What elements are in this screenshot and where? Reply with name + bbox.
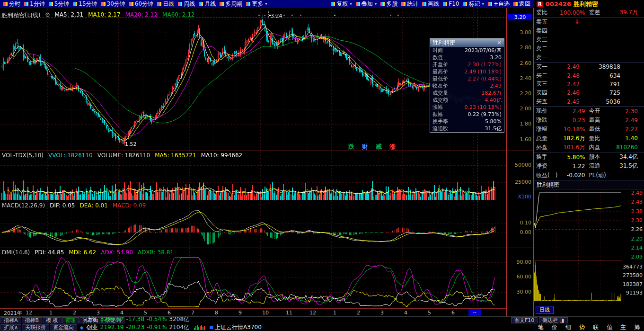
trend-char: 财 — [362, 143, 368, 151]
mini-chart-title-label: 胜利精密 — [537, 181, 559, 188]
quote-tab[interactable]: 联 — [593, 323, 599, 331]
period-tab[interactable]: 15分钟 — [71, 0, 99, 8]
quote-tab[interactable]: 筹 — [634, 323, 640, 331]
high-annotation: 3.24 — [271, 13, 282, 19]
ask-row[interactable]: 卖三 — [534, 36, 644, 45]
tool-label: 统计 — [407, 0, 418, 8]
level-volume: 389818 — [580, 63, 620, 70]
panel-tab[interactable]: 关联报价 — [22, 324, 49, 331]
tool-button[interactable]: 叠加▾ — [354, 0, 379, 8]
intraday-chart[interactable] — [534, 189, 622, 303]
level-label: 买五 — [536, 98, 553, 106]
mini-price-label: 2.26 — [631, 226, 643, 233]
bid-row[interactable]: 买三2.47791 — [534, 80, 644, 89]
ask-row[interactable]: 卖二 — [534, 44, 644, 53]
period-tab[interactable]: 1分钟 — [22, 0, 47, 8]
tool-button[interactable]: 标记▾ — [461, 0, 486, 8]
index-quote[interactable]: 上证3205.57-17.38-0.54%3208亿 — [87, 315, 189, 323]
period-tab[interactable]: 30分钟 — [99, 0, 127, 8]
info-value: 1.40 — [600, 135, 642, 142]
axis-label: 10 — [262, 310, 269, 316]
tooltip-row-value: 31.5亿 — [485, 125, 502, 132]
volume-chart[interactable] — [0, 151, 506, 201]
quote-tab[interactable]: 价 — [552, 323, 557, 331]
tooltip-row: 开盘价2.30 (1.77%) — [430, 61, 504, 68]
tool-button[interactable]: +自选 — [486, 0, 512, 8]
info-value: 一 — [606, 171, 642, 179]
quote-tab[interactable]: 势 — [579, 323, 585, 331]
indicator-tab[interactable]: 指标A — [0, 317, 21, 323]
period-tab[interactable]: 多周期 — [218, 0, 244, 8]
info-cell: 内盘810260 — [589, 143, 642, 152]
tool-button[interactable]: 复权▾ — [329, 0, 354, 8]
info-label: 量比 — [589, 134, 600, 143]
trend-watermark: 跌财减涨 — [348, 143, 396, 151]
tooltip-title-bar: 胜利精密 × — [430, 39, 504, 47]
axis-label: 12 — [26, 310, 32, 316]
tool-button[interactable]: 统计 — [399, 0, 420, 8]
quote-feed[interactable]: 上证云行情A3700 — [210, 323, 262, 331]
indicator-tab[interactable]: 模 板 — [43, 317, 62, 323]
quote-tab[interactable]: 细 — [565, 323, 571, 331]
period-icon — [246, 2, 250, 6]
top-menu-bar: 分时1分钟5分钟15分钟30分钟60分钟日线周线月线多周期更多▾复权▾叠加▾多股… — [0, 0, 534, 8]
tool-button[interactable]: 返回 — [512, 0, 532, 8]
quote-tab[interactable]: 笔 — [538, 323, 544, 331]
tool-button[interactable]: F10 — [441, 0, 461, 8]
indicator-tab[interactable]: 指标B — [22, 317, 43, 323]
tool-icon — [513, 2, 518, 6]
macd-chart[interactable] — [0, 201, 506, 248]
tool-button[interactable]: 画线 — [420, 0, 441, 8]
imbalance-down-arrow-icon: ↓ — [574, 18, 580, 25]
panel-tab[interactable]: 扩展∧ — [0, 324, 21, 331]
period-box[interactable]: 日线 — [536, 306, 554, 314]
info-cell: 收益(一)-0.020 — [536, 171, 589, 179]
period-tab[interactable]: 更多▾ — [244, 0, 269, 8]
weibi-label: 委比 — [536, 9, 547, 17]
period-tab[interactable]: 日线 — [155, 0, 176, 8]
bar-icon — [201, 325, 202, 330]
bid-row[interactable]: 买二2.48634 — [534, 71, 644, 80]
period-icon — [3, 2, 8, 6]
tdx-app: 分时1分钟5分钟15分钟30分钟60分钟日线周线月线多周期更多▾复权▾叠加▾多股… — [0, 0, 644, 331]
period-tab[interactable]: 分时 — [1, 0, 22, 8]
period-icon — [157, 2, 161, 6]
tooltip-close-icon[interactable]: × — [497, 40, 502, 46]
bid-row[interactable]: 买四2.46725 — [534, 89, 644, 97]
tool-button[interactable]: 多股 — [379, 0, 399, 8]
info-row: 外盘101.6万内盘810260 — [534, 143, 644, 152]
ask-row[interactable]: 卖四 — [534, 27, 644, 36]
toolbar-button[interactable]: 图文F10 — [511, 317, 538, 323]
tooltip-row-label: 时间 — [432, 47, 443, 54]
info-value: 810260 — [600, 144, 642, 151]
bar-icon — [198, 327, 199, 330]
axis-label: 11 — [286, 310, 292, 316]
index-field: -17.38 — [126, 316, 144, 322]
quote-tab[interactable]: 值 — [607, 323, 612, 331]
ask-row[interactable]: 卖五 — [534, 18, 644, 27]
bid-row[interactable]: 买一2.49389818 — [534, 63, 644, 71]
tooltip-row-value: 2.30 (1.77%) — [468, 61, 502, 68]
weicha-cell: 委差 39.7万 — [589, 9, 642, 17]
tooltip-row-value: 4.40亿 — [485, 97, 502, 104]
stock-code: 002426 — [546, 0, 571, 8]
info-row: 涨幅10.18%最低2.27 — [534, 125, 644, 134]
mini-volume-label: 364773 — [623, 264, 643, 270]
mini-chart-title[interactable]: 胜利精密 — [534, 180, 644, 189]
period-tab[interactable]: 5分钟 — [47, 0, 71, 8]
indicator-tab[interactable]: 管理 — [62, 317, 79, 323]
panel-tab[interactable]: 资金流向 — [50, 324, 77, 331]
tooltip-row: 收盘价2.49 — [430, 82, 504, 89]
period-icon — [220, 2, 224, 6]
period-tab[interactable]: 月线 — [197, 0, 218, 8]
index-quote[interactable]: 创业2192.19-20.23-0.91%2104亿 — [87, 323, 189, 331]
ask-row[interactable]: 卖一 — [534, 53, 644, 62]
bar-icon — [195, 326, 196, 330]
bid-row[interactable]: 买五2.455036 — [534, 98, 644, 106]
period-tab[interactable]: 60分钟 — [127, 0, 155, 8]
tooltip-row-label: 最低价 — [432, 75, 448, 82]
quote-tab[interactable]: 主 — [620, 323, 626, 331]
toolbar-button[interactable]: 侧边栏◨ — [539, 317, 567, 323]
period-tab[interactable]: 周线 — [176, 0, 197, 8]
dmi-chart[interactable] — [0, 248, 506, 308]
